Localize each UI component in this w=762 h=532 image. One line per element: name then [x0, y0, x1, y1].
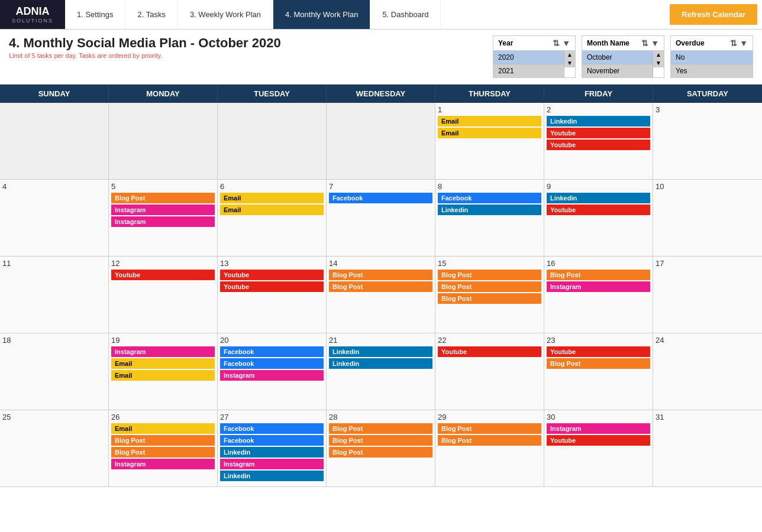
- task-pill[interactable]: Youtube: [220, 270, 324, 280]
- task-pill[interactable]: Instagram: [111, 216, 215, 227]
- overdue-item-yes[interactable]: Yes: [671, 64, 753, 77]
- task-pill[interactable]: Blog Post: [329, 270, 432, 280]
- task-pill[interactable]: Linkedin: [438, 205, 541, 215]
- tab-weekly[interactable]: 3. Weekly Work Plan: [178, 0, 273, 29]
- page-subtitle: Limit of 5 tasks per day. Tasks are orde…: [9, 52, 493, 59]
- month-item-october[interactable]: October: [582, 51, 653, 64]
- task-pill[interactable]: Youtube: [547, 346, 650, 357]
- cell-date: 7: [329, 182, 432, 191]
- month-filter-funnel-icon[interactable]: ▼: [651, 38, 659, 48]
- tab-tasks[interactable]: 2. Tasks: [125, 0, 177, 29]
- task-pill[interactable]: Youtube: [547, 435, 650, 446]
- tab-monthly[interactable]: 4. Monthly Work Plan: [273, 0, 370, 29]
- task-pill[interactable]: Instagram: [220, 370, 324, 381]
- task-pill[interactable]: Blog Post: [547, 358, 650, 369]
- overdue-filter-icons: ⇅ ▼: [730, 38, 748, 48]
- task-pill[interactable]: Blog Post: [438, 423, 541, 434]
- calendar-cell-18: 18: [0, 333, 109, 410]
- calendar-cell-23: 23YoutubeBlog Post: [544, 333, 653, 410]
- task-pill[interactable]: Instagram: [111, 346, 215, 357]
- task-pill[interactable]: Instagram: [111, 205, 215, 215]
- task-pill[interactable]: Linkedin: [329, 346, 432, 357]
- task-pill[interactable]: Email: [438, 128, 541, 138]
- task-pill[interactable]: Blog Post: [438, 293, 541, 304]
- year-up-arrow[interactable]: ▲: [564, 51, 575, 59]
- task-pill[interactable]: Facebook: [438, 193, 541, 203]
- task-pill[interactable]: Linkedin: [547, 116, 650, 126]
- task-pill[interactable]: Facebook: [220, 423, 324, 434]
- task-pill[interactable]: Blog Post: [329, 447, 432, 458]
- task-pill[interactable]: Linkedin: [220, 471, 324, 481]
- task-pill[interactable]: Instagram: [111, 459, 215, 469]
- refresh-button[interactable]: Refresh Calendar: [670, 4, 757, 25]
- task-pill[interactable]: Blog Post: [438, 281, 541, 292]
- year-item-2021[interactable]: 2021: [493, 64, 564, 77]
- task-pill[interactable]: Youtube: [111, 270, 215, 280]
- task-pill[interactable]: Linkedin: [329, 358, 432, 369]
- task-pill[interactable]: Youtube: [220, 281, 324, 292]
- calendar-cell-7: 7Facebook: [327, 180, 435, 257]
- task-pill[interactable]: Facebook: [329, 193, 432, 203]
- task-pill[interactable]: Youtube: [438, 346, 541, 357]
- day-header-sunday: SUNDAY: [0, 85, 109, 103]
- task-pill[interactable]: Blog Post: [111, 447, 215, 458]
- month-filter-sort-icon[interactable]: ⇅: [641, 38, 648, 48]
- tab-dashboard[interactable]: 5. Dashboard: [370, 0, 441, 29]
- year-filter-sort-icon[interactable]: ⇅: [553, 38, 560, 48]
- overdue-item-no[interactable]: No: [671, 51, 753, 64]
- calendar-cell-28: 28Blog PostBlog PostBlog Post: [327, 410, 435, 487]
- cell-date: 23: [547, 336, 650, 345]
- task-pill[interactable]: Blog Post: [111, 193, 215, 203]
- year-down-arrow[interactable]: ▼: [564, 59, 575, 67]
- cell-date: 14: [329, 259, 432, 268]
- overdue-filter-header: Overdue ⇅ ▼: [671, 36, 753, 51]
- overdue-filter-sort-icon[interactable]: ⇅: [730, 38, 737, 48]
- task-pill[interactable]: Youtube: [547, 140, 650, 150]
- task-pill[interactable]: Facebook: [220, 346, 324, 357]
- task-pill[interactable]: Blog Post: [329, 435, 432, 446]
- task-pill[interactable]: Blog Post: [547, 270, 650, 280]
- logo-main: ADNIA: [12, 5, 53, 18]
- calendar-cell-22: 22Youtube: [435, 333, 544, 410]
- year-filter-funnel-icon[interactable]: ▼: [562, 38, 570, 48]
- task-pill[interactable]: Blog Post: [438, 270, 541, 280]
- cell-date: 6: [220, 182, 324, 191]
- logo-area: ADNIA SOLUTIONS: [0, 0, 65, 29]
- overdue-filter-list: No Yes: [671, 51, 753, 77]
- calendar-cell-19: 19InstagramEmailEmail: [109, 333, 218, 410]
- task-pill[interactable]: Youtube: [547, 128, 650, 138]
- task-pill[interactable]: Blog Post: [329, 281, 432, 292]
- task-pill[interactable]: Blog Post: [111, 435, 215, 446]
- task-pill[interactable]: Email: [220, 193, 324, 203]
- task-pill[interactable]: Linkedin: [220, 447, 324, 458]
- task-pill[interactable]: Instagram: [547, 423, 650, 434]
- task-pill[interactable]: Email: [111, 423, 215, 434]
- month-down-arrow[interactable]: ▼: [653, 59, 664, 67]
- cell-date: 17: [656, 259, 760, 268]
- task-pill[interactable]: Email: [220, 205, 324, 215]
- year-filter-label: Year: [498, 39, 513, 47]
- calendar-cell-3: 3: [653, 103, 762, 180]
- task-pill[interactable]: Email: [111, 358, 215, 369]
- month-up-arrow[interactable]: ▲: [653, 51, 664, 59]
- task-pill[interactable]: Linkedin: [547, 193, 650, 203]
- tab-settings[interactable]: 1. Settings: [65, 0, 125, 29]
- day-header-thursday: THURSDAY: [435, 85, 544, 103]
- day-header-friday: FRIDAY: [544, 85, 653, 103]
- task-pill[interactable]: Blog Post: [329, 423, 432, 434]
- task-pill[interactable]: Facebook: [220, 358, 324, 369]
- calendar-cell-6: 6EmailEmail: [218, 180, 327, 257]
- task-pill[interactable]: Instagram: [547, 281, 650, 292]
- task-pill[interactable]: Youtube: [547, 205, 650, 215]
- task-pill[interactable]: Email: [111, 370, 215, 381]
- task-pill[interactable]: Facebook: [220, 435, 324, 446]
- year-item-2020[interactable]: 2020: [493, 51, 564, 64]
- calendar-cell-11: 11: [0, 257, 109, 333]
- overdue-filter-funnel-icon[interactable]: ▼: [740, 38, 748, 48]
- task-pill[interactable]: Email: [438, 116, 541, 126]
- month-item-november[interactable]: November: [582, 64, 653, 77]
- logo-sub: SOLUTIONS: [12, 18, 53, 24]
- task-pill[interactable]: Blog Post: [438, 435, 541, 446]
- filters-area: Year ⇅ ▼ 2020 2021 ▲ ▼: [493, 35, 753, 78]
- task-pill[interactable]: Instagram: [220, 459, 324, 469]
